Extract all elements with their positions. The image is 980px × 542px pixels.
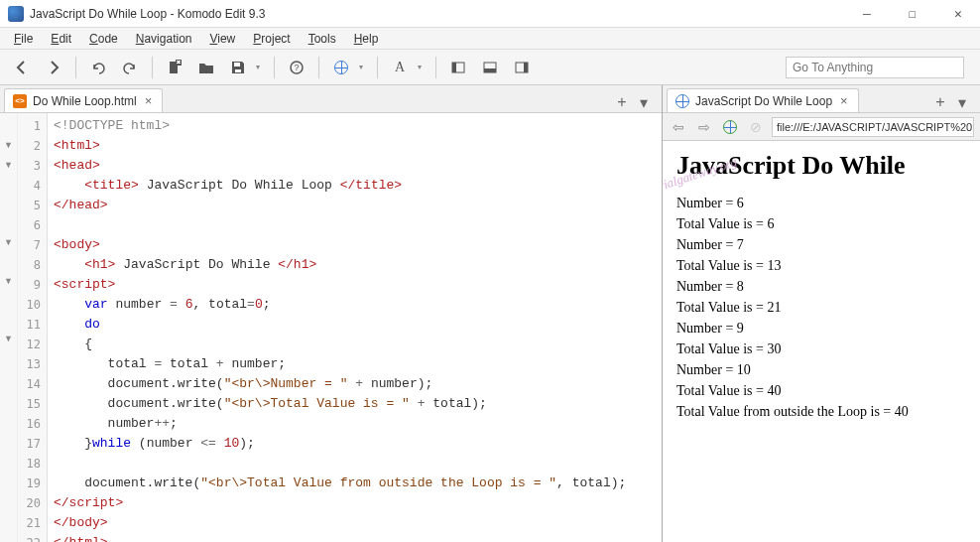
- preview-reload-button[interactable]: [720, 117, 740, 137]
- preview-heading: JavaScript Do While: [676, 151, 966, 181]
- html-file-icon: <>: [13, 94, 27, 108]
- code-editor[interactable]: ▼▼▼▼▼ 1234567891011121314151617181920212…: [0, 113, 662, 542]
- preview-tab-label: JavaScript Do While Loop: [695, 94, 832, 108]
- app-icon: [8, 6, 24, 22]
- svg-rect-4: [177, 63, 181, 64]
- menu-project[interactable]: Project: [245, 30, 298, 48]
- globe-icon: [675, 94, 689, 108]
- preview-tabbar: JavaScript Do While Loop × + ▾: [663, 85, 980, 113]
- preview-content: ©tutorialgateway.org JavaScript Do While…: [663, 141, 980, 542]
- window-controls: — ☐ ✕: [853, 4, 972, 24]
- preview-url-bar[interactable]: file:///E:/JAVASCRIPT/JAVASCRIPT%20E: [772, 117, 974, 137]
- new-file-button[interactable]: [161, 54, 188, 81]
- menu-view[interactable]: View: [201, 30, 243, 48]
- preview-toolbar: ⇦ ⇨ ⊘ file:///E:/JAVASCRIPT/JAVASCRIPT%2…: [663, 113, 980, 141]
- menu-code[interactable]: Code: [81, 30, 126, 48]
- menu-tools[interactable]: Tools: [301, 30, 344, 48]
- open-file-button[interactable]: [192, 54, 220, 81]
- close-tab-icon[interactable]: ×: [143, 93, 155, 108]
- window-title: JavaScript Do While Loop - Komodo Edit 9…: [30, 7, 853, 21]
- close-preview-tab-icon[interactable]: ×: [838, 93, 850, 108]
- preview-pane: JavaScript Do While Loop × + ▾ ⇦ ⇨ ⊘ fil…: [663, 85, 980, 542]
- layout-right-button[interactable]: [508, 54, 536, 81]
- forward-button[interactable]: [40, 54, 67, 81]
- menu-bar: File Edit Code Navigation View Project T…: [0, 28, 980, 50]
- svg-rect-3: [177, 61, 181, 62]
- close-window-button[interactable]: ✕: [944, 4, 972, 24]
- editor-pane: <> Do While Loop.html × + ▾ ▼▼▼▼▼ 123456…: [0, 85, 663, 542]
- web-button[interactable]: [327, 54, 355, 81]
- preview-forward-button[interactable]: ⇨: [694, 117, 714, 137]
- toolbar: ▾ ? ▾ A ▾: [0, 50, 980, 85]
- menu-help[interactable]: Help: [346, 30, 387, 48]
- help-button[interactable]: ?: [283, 54, 310, 81]
- line-number-gutter: 12345678910111213141516171819202122: [18, 113, 48, 542]
- preview-back-button[interactable]: ⇦: [669, 117, 688, 137]
- redo-button[interactable]: [116, 54, 144, 81]
- minimize-button[interactable]: —: [853, 4, 881, 24]
- main-area: <> Do While Loop.html × + ▾ ▼▼▼▼▼ 123456…: [0, 85, 980, 542]
- preview-stop-button[interactable]: ⊘: [746, 117, 766, 137]
- svg-rect-10: [452, 63, 456, 72]
- editor-tabbar: <> Do While Loop.html × + ▾: [0, 85, 662, 113]
- go-to-anything-input[interactable]: [786, 57, 964, 78]
- layout-left-button[interactable]: [444, 54, 472, 81]
- svg-rect-5: [234, 63, 240, 67]
- menu-edit[interactable]: Edit: [43, 30, 79, 48]
- tab-menu-button[interactable]: ▾: [634, 92, 654, 112]
- undo-button[interactable]: [84, 54, 112, 81]
- new-tab-button[interactable]: +: [612, 92, 632, 112]
- svg-rect-14: [524, 63, 528, 72]
- globe-reload-icon: [723, 120, 737, 134]
- editor-tab[interactable]: <> Do While Loop.html ×: [4, 88, 163, 112]
- save-dropdown[interactable]: ▾: [256, 63, 266, 71]
- maximize-button[interactable]: ☐: [899, 4, 926, 24]
- menu-file[interactable]: File: [6, 30, 41, 48]
- svg-rect-6: [235, 69, 241, 72]
- new-preview-tab-button[interactable]: +: [930, 92, 950, 112]
- svg-text:?: ?: [294, 63, 299, 72]
- code-area[interactable]: <!DOCTYPE html><html><head> <title> Java…: [48, 113, 662, 542]
- editor-tab-label: Do While Loop.html: [33, 94, 137, 108]
- globe-icon: [334, 61, 348, 74]
- font-button[interactable]: A: [386, 54, 414, 81]
- menu-navigation[interactable]: Navigation: [128, 30, 200, 48]
- title-bar: JavaScript Do While Loop - Komodo Edit 9…: [0, 0, 980, 28]
- svg-rect-12: [484, 68, 496, 72]
- back-button[interactable]: [8, 54, 36, 81]
- font-dropdown[interactable]: ▾: [418, 63, 428, 71]
- go-to-anything[interactable]: [786, 57, 964, 78]
- preview-output: Number = 6Total Value is = 6Number = 7To…: [676, 193, 966, 422]
- fold-gutter[interactable]: ▼▼▼▼▼: [0, 113, 18, 542]
- web-dropdown[interactable]: ▾: [359, 63, 369, 71]
- layout-bottom-button[interactable]: [476, 54, 504, 81]
- preview-tab[interactable]: JavaScript Do While Loop ×: [667, 88, 859, 112]
- preview-tab-menu-button[interactable]: ▾: [952, 92, 972, 112]
- save-button[interactable]: [224, 54, 252, 81]
